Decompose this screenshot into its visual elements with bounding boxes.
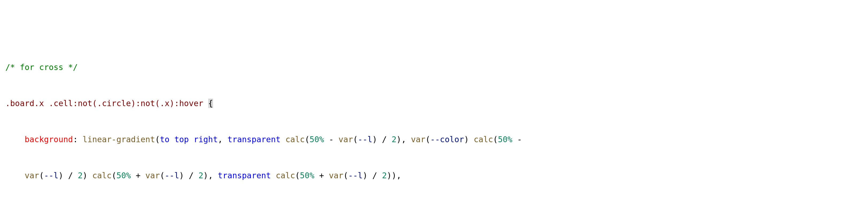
paren-open: ( — [353, 135, 358, 144]
paren-open: ( — [39, 171, 44, 180]
property-token: background — [25, 135, 73, 144]
func-token: var — [25, 171, 39, 180]
paren-close: ) — [397, 135, 401, 144]
operator: / — [63, 171, 78, 180]
operator: - — [324, 135, 338, 144]
number-token: 50% — [116, 171, 131, 180]
var-token: --color — [430, 135, 464, 144]
paren-close: ) — [387, 171, 392, 180]
paren-close: ) — [59, 171, 63, 180]
selector-token: .circle — [97, 99, 131, 108]
keyword-token: transparent — [218, 171, 271, 180]
paren-open: ( — [295, 171, 300, 180]
var-token: --l — [348, 171, 363, 180]
pseudo-token: ):hover — [169, 99, 203, 108]
space — [469, 135, 474, 144]
selector-token: .board.x .cell — [5, 99, 73, 108]
paren-open: ( — [493, 135, 498, 144]
number-token: 50% — [498, 135, 512, 144]
space — [87, 171, 92, 180]
code-line[interactable]: .board.x .cell:not(.circle):not(.x):hove… — [0, 97, 868, 109]
keyword-token: top — [174, 135, 189, 144]
whitespace — [204, 99, 208, 108]
pseudo-token: :not( — [73, 99, 97, 108]
operator: / — [184, 171, 198, 180]
operator: + — [314, 171, 329, 180]
pseudo-token: ):not( — [131, 99, 160, 108]
func-token: calc — [474, 135, 493, 144]
space — [189, 135, 193, 144]
code-line[interactable]: var(--l) / 2) calc(50% + var(--l) / 2), … — [0, 169, 868, 181]
keyword-token: right — [193, 135, 218, 144]
func-token: calc — [285, 135, 305, 144]
number-token: 2 — [78, 171, 83, 180]
var-token: --l — [165, 171, 179, 180]
paren-open: ( — [112, 171, 116, 180]
func-token: var — [338, 135, 353, 144]
number-token: 50% — [310, 135, 324, 144]
operator: + — [131, 171, 146, 180]
number-token: 2 — [382, 171, 387, 180]
keyword-token: to — [160, 135, 169, 144]
func-token: var — [329, 171, 343, 180]
punct: : — [73, 135, 83, 144]
paren-close: ) — [372, 135, 377, 144]
comma: , — [401, 135, 411, 144]
func-token: var — [411, 135, 425, 144]
operator: / — [377, 135, 392, 144]
brace-open: { — [208, 99, 213, 108]
number-token: 50% — [300, 171, 314, 180]
paren-open: ( — [425, 135, 430, 144]
paren-close: ) — [464, 135, 469, 144]
paren-close: ) — [204, 171, 208, 180]
paren-open: ( — [305, 135, 310, 144]
number-token: 2 — [198, 171, 204, 180]
paren-open: ( — [160, 171, 165, 180]
keyword-token: transparent — [227, 135, 281, 144]
operator: - — [513, 135, 527, 144]
var-token: --l — [358, 135, 372, 144]
paren-open: ( — [155, 135, 160, 144]
comma: , — [208, 171, 218, 180]
paren-close: ) — [83, 171, 87, 180]
comment-token: /* for cross */ — [5, 63, 78, 72]
func-token: calc — [92, 171, 112, 180]
comma: , — [218, 135, 227, 144]
func-token: calc — [276, 171, 295, 180]
indent — [5, 135, 25, 144]
func-token: linear-gradient — [83, 135, 155, 144]
space — [169, 135, 174, 144]
code-line[interactable]: /* for cross */ — [0, 61, 868, 73]
indent — [5, 171, 25, 180]
operator: / — [368, 171, 382, 180]
paren-open: ( — [343, 171, 348, 180]
comma: , — [397, 171, 401, 180]
var-token: --l — [44, 171, 59, 180]
paren-close: ) — [363, 171, 368, 180]
func-token: var — [146, 171, 160, 180]
paren-close: ) — [179, 171, 184, 180]
number-token: 2 — [392, 135, 397, 144]
selector-token: .x — [160, 99, 169, 108]
space — [271, 171, 276, 180]
space — [281, 135, 285, 144]
paren-close: ) — [392, 171, 397, 180]
code-line[interactable]: background: linear-gradient(to top right… — [0, 133, 868, 145]
